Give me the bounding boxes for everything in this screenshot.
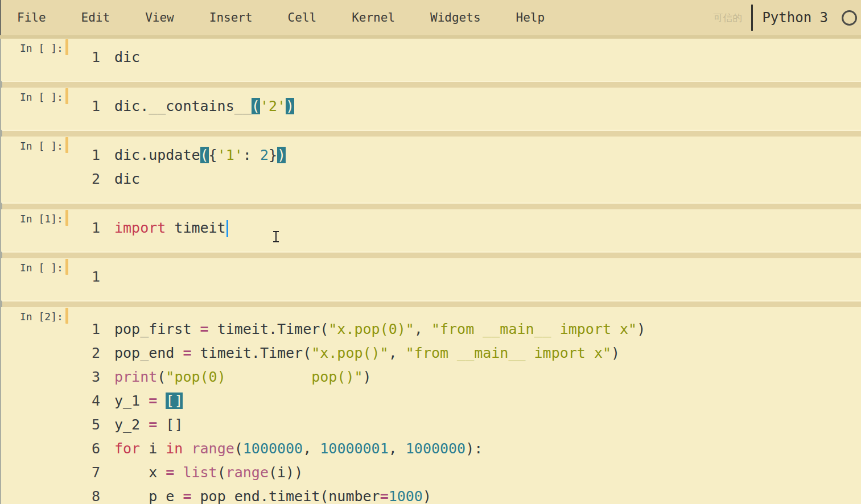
line-number: 8 [75, 485, 100, 504]
code-token-txt: dic [114, 171, 140, 187]
code-editor[interactable]: 1pop_first = timeit.Timer("x.pop(0)", "f… [75, 307, 861, 504]
code-token-txt: pop_first [114, 321, 200, 337]
code-text: dic [114, 167, 140, 191]
code-line: 8 p_e = pop_end.timeit(number=1000) [75, 485, 861, 504]
code-text: print("pop(0) pop()") [114, 365, 372, 389]
prompt-area: In [ ]: [1, 88, 75, 130]
cell-accent-bar [65, 210, 68, 226]
code-editor[interactable]: 1import timeit [75, 209, 861, 251]
menu-item-kernel[interactable]: Kernel [352, 11, 395, 24]
code-token-txt: , [303, 440, 320, 457]
code-cell-3[interactable]: In [ ]:1dic.update({'1': 2})2dic [1, 137, 861, 203]
line-number: 5 [75, 413, 100, 437]
code-cell-4[interactable]: In [1]:1import timeit [1, 209, 861, 251]
code-text: y_2 = [] [114, 413, 183, 437]
code-line: 1dic.__contains__('2') [75, 94, 861, 118]
code-token-txt: pop_end [114, 345, 183, 361]
prompt-area: In [ ]: [1, 39, 75, 81]
code-token-match: ) [277, 147, 286, 163]
code-line: 7 x = list(range(i)) [75, 461, 861, 485]
code-editor[interactable]: 1 [75, 258, 861, 300]
code-token-str: "from __main__ import x" [431, 321, 637, 337]
line-number: 7 [75, 461, 100, 485]
code-editor[interactable]: 1dic [75, 39, 861, 81]
menu-item-edit[interactable]: Edit [81, 11, 110, 24]
code-token-txt: [] [157, 416, 183, 433]
code-cell-6[interactable]: In [2]:1pop_first = timeit.Timer("x.pop(… [1, 307, 861, 504]
code-token-txt: dic.__contains__ [114, 98, 252, 114]
code-token-kw: import [114, 220, 166, 236]
line-number: 6 [75, 437, 100, 461]
notebook: In [ ]:1dicIn [ ]:1dic.__contains__('2')… [0, 39, 861, 504]
line-number: 4 [75, 389, 100, 413]
cell-accent-bar [65, 88, 68, 104]
menubar-right: 可信的 Python 3 [713, 0, 861, 35]
code-token-str: "pop(0) pop()" [166, 369, 362, 385]
code-token-txt: timeit [166, 220, 225, 236]
line-number: 1 [75, 143, 100, 167]
code-token-kw: in [166, 440, 183, 457]
menu-item-cell[interactable]: Cell [288, 11, 317, 24]
cell-separator [1, 300, 861, 307]
menu-item-insert[interactable]: Insert [209, 11, 253, 24]
code-line: 2dic [75, 167, 861, 191]
code-token-txt: ( [234, 440, 243, 457]
code-token-txt: ( [217, 464, 226, 481]
menu-item-help[interactable]: Help [516, 11, 545, 24]
code-token-num: 10000001 [320, 440, 388, 457]
code-token-op: = [166, 464, 174, 481]
code-token-txt [174, 464, 183, 481]
prompt-area: In [2]: [1, 307, 75, 504]
code-token-txt: ( [157, 369, 166, 385]
code-token-op: = [183, 345, 191, 361]
code-text: pop_end = timeit.Timer("x.pop()", "from … [114, 341, 620, 365]
code-editor[interactable]: 1dic.update({'1': 2})2dic [75, 137, 861, 203]
cell-separator [1, 130, 861, 137]
code-token-txt: ) [363, 369, 372, 385]
code-token-txt: ): [465, 440, 483, 457]
code-token-txt: timeit.Timer( [191, 345, 311, 361]
prompt-area: In [ ]: [1, 137, 75, 203]
code-line: 4y_1 = [] [75, 389, 861, 413]
mouse-cursor-ibeam [272, 230, 280, 243]
code-token-txt: x [114, 464, 166, 481]
menu-item-view[interactable]: View [145, 11, 174, 24]
code-cell-5[interactable]: In [ ]:1 [1, 258, 861, 300]
menu-item-file[interactable]: File [17, 11, 46, 24]
code-line: 2pop_end = timeit.Timer("x.pop()", "from… [75, 341, 861, 365]
code-token-txt: i [140, 440, 166, 457]
code-text: dic.update({'1': 2}) [114, 143, 286, 167]
trusted-badge[interactable]: 可信的 [713, 11, 742, 24]
code-token-txt: , [414, 321, 431, 337]
code-token-txt: } [269, 147, 277, 163]
code-token-str: "x.pop()" [311, 345, 388, 361]
menubar: FileEditViewInsertCellKernelWidgetsHelp … [0, 0, 861, 35]
code-cell-1[interactable]: In [ ]:1dic [1, 39, 861, 81]
line-number: 1 [75, 317, 100, 341]
code-line: 5y_2 = [] [75, 413, 861, 437]
code-token-num: 1000 [389, 488, 423, 504]
code-editor[interactable]: 1dic.__contains__('2') [75, 88, 861, 130]
line-number: 1 [75, 46, 100, 69]
code-token-op: = [200, 321, 209, 337]
code-token-num: 2 [260, 147, 269, 163]
kernel-name-label: Python 3 [762, 10, 828, 26]
menu-item-widgets[interactable]: Widgets [430, 11, 481, 24]
cell-separator [1, 81, 861, 88]
line-number: 1 [75, 216, 100, 240]
code-token-str: "x.pop(0)" [328, 321, 414, 337]
code-line: 1 [75, 265, 861, 289]
code-token-op: = [149, 393, 157, 409]
cell-accent-bar [65, 39, 68, 55]
code-token-match: ( [200, 147, 209, 163]
code-token-txt: dic.update [114, 147, 200, 163]
code-token-txt: p_e [114, 488, 183, 504]
line-number: 1 [75, 94, 100, 118]
cell-accent-bar [65, 137, 68, 153]
code-cell-2[interactable]: In [ ]:1dic.__contains__('2') [1, 88, 861, 130]
code-text: dic [114, 46, 140, 69]
code-token-txt: ) [423, 488, 431, 504]
menubar-items: FileEditViewInsertCellKernelWidgetsHelp [17, 11, 545, 24]
code-token-str: '1' [217, 147, 243, 163]
code-token-txt [183, 440, 191, 457]
